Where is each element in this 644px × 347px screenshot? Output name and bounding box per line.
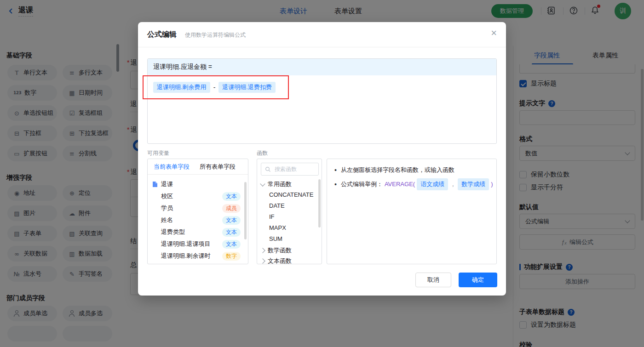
search-icon — [265, 166, 271, 172]
functions-label: 函数 — [257, 149, 268, 157]
formula-editor[interactable]: 退课明细.应退金额 = 退课明细.剩余费用 - 退课明细.退费扣费 — [147, 58, 497, 144]
modal-subtitle: 使用数学运算符编辑公式 — [185, 31, 246, 39]
function-group-math[interactable]: 数学函数 — [261, 246, 292, 255]
variables-label: 可用变量 — [147, 149, 169, 157]
function-item[interactable]: SUM — [269, 235, 282, 242]
tab-all-form-fields[interactable]: 所有表单字段 — [200, 163, 236, 171]
function-item[interactable]: DATE — [269, 202, 285, 209]
type-badge: 文本 — [222, 192, 241, 201]
type-badge: 文本 — [222, 228, 241, 237]
chevron-right-icon — [260, 248, 265, 253]
variable-row[interactable]: 退费类型文本 — [148, 226, 248, 238]
hint-panel: 从左侧面板选择字段名和函数，或输入函数 公式编辑举例：AVERAGE(语文成绩，… — [327, 159, 497, 264]
variable-row[interactable]: 退课明细.退课项目文本 — [148, 238, 248, 250]
function-item[interactable]: IF — [269, 213, 275, 220]
chevron-down-icon — [260, 181, 265, 186]
type-badge: 成员 — [222, 204, 241, 213]
function-search-input[interactable] — [274, 165, 315, 173]
app-window: 退课 表单设计 表单设置 数据管理 训 — [0, 0, 644, 347]
hint-line-1: 从左侧面板选择字段名和函数，或输入函数 — [334, 165, 454, 175]
type-badge: 数字 — [222, 252, 241, 261]
form-file-icon — [152, 181, 158, 188]
formula-editor-modal: 公式编辑 使用数学运算符编辑公式 × 退课明细.应退金额 = 退课明细.剩余费用… — [138, 22, 506, 296]
function-group-common[interactable]: 常用函数 — [261, 180, 292, 188]
function-item[interactable]: MAPX — [269, 224, 286, 231]
close-icon[interactable]: × — [491, 28, 497, 38]
variable-row[interactable]: 姓名文本 — [148, 214, 248, 226]
example-field-chip: 语文成绩 — [417, 178, 448, 190]
variable-row[interactable]: 校区文本 — [148, 190, 248, 202]
variables-panel: 当前表单字段 所有表单字段 退课 校区文本 学员成员 姓名文本 退费类型文本 退… — [147, 159, 248, 264]
variable-row[interactable]: 学员成员 — [148, 202, 248, 214]
hint-line-2: 公式编辑举例：AVERAGE(语文成绩，数学成绩) — [334, 178, 493, 190]
variables-scrollbar[interactable] — [244, 182, 247, 239]
chevron-right-icon — [260, 258, 265, 263]
modal-header: 公式编辑 使用数学运算符编辑公式 × — [138, 22, 506, 47]
type-badge: 文本 — [222, 240, 241, 249]
function-search[interactable] — [261, 163, 319, 176]
functions-panel: 常用函数 CONCATENATE DATE IF MAPX SUM 数学函数 文… — [257, 159, 322, 264]
variable-tree-root[interactable]: 退课 — [148, 178, 248, 190]
example-field-chip: 数学成绩 — [458, 178, 489, 190]
variable-row[interactable]: 退课明细.剩余课时数字 — [148, 250, 248, 262]
annotation-highlight-box — [143, 75, 289, 99]
modal-title: 公式编辑 — [147, 30, 177, 40]
formula-target: 退课明细.应退金额 = — [148, 59, 496, 75]
confirm-button[interactable]: 确定 — [459, 273, 497, 287]
cancel-button[interactable]: 取消 — [415, 273, 451, 287]
function-group-text[interactable]: 文本函数 — [261, 257, 292, 264]
tab-current-form-fields[interactable]: 当前表单字段 — [154, 163, 190, 171]
type-badge: 文本 — [222, 216, 241, 225]
function-item[interactable]: CONCATENATE — [269, 191, 313, 198]
functions-scrollbar[interactable] — [318, 179, 321, 228]
